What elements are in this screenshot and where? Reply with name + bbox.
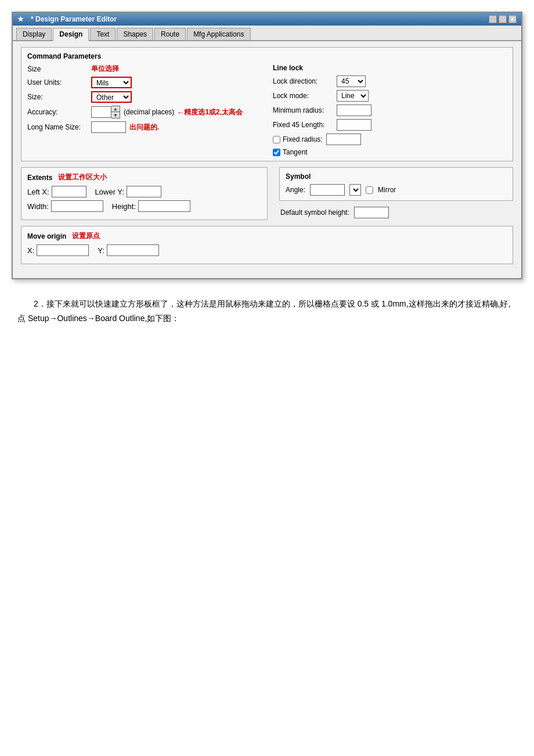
- origin-x-input[interactable]: 0.0: [37, 244, 89, 256]
- tabs-bar: Display Design Text Shapes Route Mfg App…: [13, 26, 521, 41]
- width-input[interactable]: 21000.0: [51, 200, 103, 212]
- move-origin-section: Move origin 设置原点 X: 0.0 Y: 0.0: [21, 226, 513, 264]
- extents-label: Extents: [27, 174, 52, 182]
- move-origin-label: Move origin: [27, 232, 66, 240]
- size-row: Size: Other A B: [27, 91, 261, 103]
- angle-label: Angle:: [286, 186, 305, 194]
- second-row: Extents 设置工作区大小 Left X: 0.0 Lower Y: 0.0: [21, 167, 513, 226]
- lock-mode-label: Lock mode:: [273, 92, 337, 100]
- page-wrapper: ★ * Design Parameter Editor _ □ ✕ Displa…: [12, 12, 522, 326]
- min-radius-input[interactable]: 0.0: [337, 105, 371, 116]
- symbol-label: Symbol: [286, 172, 507, 181]
- left-x-input[interactable]: 0.0: [52, 186, 86, 197]
- extents-row1: Left X: 0.0 Lower Y: 0.0: [27, 186, 261, 197]
- symbol-section: Symbol Angle: 0.000 ▼ Mirror: [279, 167, 513, 201]
- dialog-titlebar: ★ * Design Parameter Editor _ □ ✕: [13, 13, 521, 26]
- body-paragraph: 2．接下来就可以快速建立方形板框了，这种方法是用鼠标拖动来建立的，所以栅格点要设…: [12, 297, 522, 326]
- spinner-up[interactable]: ▲: [111, 106, 120, 112]
- right-panel: Line lock Lock direction: 45 90 Lock mod…: [273, 64, 507, 156]
- extents-section: Extents 设置工作区大小 Left X: 0.0 Lower Y: 0.0: [21, 167, 268, 220]
- size-header-row: Size 单位选择: [27, 64, 261, 74]
- angle-row: Angle: 0.000 ▼ Mirror: [286, 184, 507, 196]
- titlebar-controls: _ □ ✕: [489, 15, 517, 23]
- command-parameters-label: Command Parameters: [27, 52, 507, 60]
- extents-row2: Width: 21000.0 Height: 17000.0: [27, 200, 261, 212]
- minimize-button[interactable]: _: [489, 15, 497, 23]
- default-symbol-height-input[interactable]: 150.0: [354, 207, 389, 218]
- min-radius-row: Minimum radius: 0.0: [273, 105, 507, 116]
- angle-select[interactable]: ▼: [349, 184, 361, 196]
- lower-y-input[interactable]: 0.0: [127, 186, 161, 197]
- fixed45-input[interactable]: 25.0: [337, 119, 371, 131]
- size-select[interactable]: Other A B: [91, 91, 132, 103]
- arrow-icon: ←: [176, 108, 184, 117]
- lock-mode-row: Lock mode: Line Off: [273, 90, 507, 102]
- origin-x-field: X: 0.0: [27, 244, 89, 256]
- long-name-input[interactable]: 31: [91, 121, 126, 133]
- dialog-window: ★ * Design Parameter Editor _ □ ✕ Displa…: [12, 12, 522, 279]
- accuracy-annotation: 精度选1或2,太高会: [184, 107, 243, 117]
- body-text-content: 2．接下来就可以快速建立方形板框了，这种方法是用鼠标拖动来建立的，所以栅格点要设…: [17, 299, 510, 323]
- title-asterisk: ★: [17, 15, 24, 23]
- close-button[interactable]: ✕: [508, 15, 517, 23]
- accuracy-input[interactable]: 1: [91, 106, 111, 118]
- tab-route[interactable]: Route: [154, 28, 186, 40]
- lock-direction-select[interactable]: 45 90: [337, 75, 366, 87]
- tab-design[interactable]: Design: [53, 28, 89, 41]
- fixed-radius-label: Fixed radius:: [283, 135, 323, 143]
- spinner-buttons: ▲ ▼: [111, 106, 120, 118]
- size-top-label: Size: [27, 65, 91, 73]
- dialog-content: Command Parameters Size 单位选择 User Units:: [13, 41, 521, 278]
- tab-text[interactable]: Text: [90, 28, 116, 40]
- left-panel: Size 单位选择 User Units: Mils MM Inches: [27, 64, 261, 156]
- lock-mode-select[interactable]: Line Off: [337, 90, 369, 102]
- fixed45-row: Fixed 45 Length: 25.0: [273, 119, 507, 131]
- maximize-button[interactable]: □: [499, 15, 507, 23]
- angle-input[interactable]: 0.000: [310, 184, 345, 196]
- tangent-row: Tangent: [273, 148, 507, 156]
- origin-row: X: 0.0 Y: 0.0: [27, 244, 507, 256]
- long-name-row: Long Name Size: 31 出问题的.: [27, 121, 261, 133]
- min-radius-label: Minimum radius:: [273, 106, 337, 114]
- lock-direction-label: Lock direction:: [273, 77, 337, 85]
- height-input[interactable]: 17000.0: [138, 200, 190, 212]
- fixed-radius-checkbox[interactable]: [273, 136, 280, 143]
- extents-annotation: 设置工作区大小: [58, 172, 107, 182]
- origin-y-label: Y:: [98, 246, 104, 255]
- tangent-checkbox[interactable]: [273, 149, 280, 156]
- user-units-select[interactable]: Mils MM Inches: [91, 77, 132, 88]
- user-units-row: User Units: Mils MM Inches: [27, 77, 261, 88]
- fixed-radius-row: Fixed radius: 25.0: [273, 134, 507, 145]
- accuracy-row: Accuracy: 1 ▲ ▼ (decimal places) ← 精度选1或…: [27, 106, 261, 118]
- unit-annotation: 单位选择: [91, 64, 119, 74]
- dialog-title: * Design Parameter Editor: [31, 15, 117, 23]
- size-label: Size:: [27, 93, 91, 101]
- fixed45-label: Fixed 45 Length:: [273, 121, 337, 129]
- accuracy-label: Accuracy:: [27, 108, 91, 116]
- accuracy-spinner: 1 ▲ ▼: [91, 106, 120, 118]
- fixed-radius-input[interactable]: 25.0: [326, 134, 361, 145]
- problem-annotation: 出问题的.: [129, 123, 159, 132]
- command-parameters-section: Command Parameters Size 单位选择 User Units:: [21, 47, 513, 161]
- mirror-label: Mirror: [378, 186, 396, 194]
- origin-y-input[interactable]: 0.0: [107, 244, 159, 256]
- height-field: Height: 17000.0: [112, 200, 190, 212]
- default-symbol-height-label: Default symbol height:: [280, 208, 349, 217]
- width-field: Width: 21000.0: [27, 200, 103, 212]
- tab-display[interactable]: Display: [16, 28, 52, 40]
- tab-shapes[interactable]: Shapes: [117, 28, 153, 40]
- origin-annotation: 设置原点: [72, 231, 100, 241]
- lock-direction-row: Lock direction: 45 90: [273, 75, 507, 87]
- two-col-layout: Size 单位选择 User Units: Mils MM Inches: [27, 64, 507, 156]
- lower-y-field: Lower Y: 0.0: [95, 186, 161, 197]
- origin-x-label: X:: [27, 246, 34, 255]
- height-label: Height:: [112, 202, 136, 211]
- mirror-checkbox[interactable]: [366, 186, 373, 194]
- symbol-area: Symbol Angle: 0.000 ▼ Mirror Default: [279, 167, 513, 226]
- tab-mfg[interactable]: Mfg Applications: [187, 28, 250, 40]
- spinner-down[interactable]: ▼: [111, 112, 120, 118]
- tangent-label: Tangent: [283, 148, 308, 156]
- default-symbol-height-row: Default symbol height: 150.0: [279, 207, 513, 218]
- decimal-places-label: (decimal places): [124, 108, 174, 116]
- origin-y-field: Y: 0.0: [98, 244, 159, 256]
